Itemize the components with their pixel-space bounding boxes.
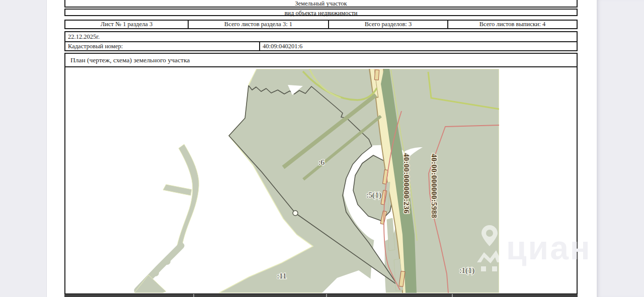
cadastral-plan-map: :6 :5(1) :11 :1(1) 40:00:000000:236 40:0… <box>68 69 499 293</box>
object-type-subtitle: вид объекта недвижимости <box>284 10 357 17</box>
shoreline-bump <box>164 258 171 265</box>
cadastral-number-value: 40:09:040201:6 <box>260 42 577 50</box>
plan-map-container: :6 :5(1) :11 :1(1) 40:00:000000:236 40:0… <box>64 67 578 293</box>
sections-total-cell: Всего разделов: 3 <box>329 21 448 28</box>
cadastral-line-label: 40:00:000000:5988 <box>430 154 438 219</box>
right-page-margin <box>597 0 644 297</box>
object-type-subtitle-row: вид объекта недвижимости <box>64 9 578 16</box>
plan-section-title-row: План (чертеж, схема) земельного участка <box>64 53 578 67</box>
sheets-total-cell: Всего листов выписки: 4 <box>448 21 577 28</box>
parcel-label: :5(1) <box>366 190 381 200</box>
sheet-number-cell: Лист № 1 раздела 3 <box>65 21 189 28</box>
boundary-point-marker <box>293 211 298 216</box>
next-table-top-edge <box>64 293 578 297</box>
sheet-info-row: Лист № 1 раздела 3 Всего листов раздела … <box>64 20 578 29</box>
cadastral-line-label: 40:00:000000:236 <box>403 153 411 214</box>
parcel-label: :1(1) <box>459 266 474 275</box>
parcel-label: :11 <box>277 271 286 280</box>
extract-date-row: 22.12.2025г. <box>64 31 578 42</box>
cadastral-number-label: Кадастровый номер: <box>65 42 260 50</box>
extract-date: 22.12.2025г. <box>68 33 100 40</box>
sheets-in-section-cell: Всего листов раздела 3: 1 <box>189 21 329 28</box>
object-type-title: Земельный участок <box>295 0 347 7</box>
plan-section-title: План (чертеж, схема) земельного участка <box>70 56 190 64</box>
shoreline-bump <box>152 269 159 276</box>
page: { "document": { "header": { "title": "Зе… <box>0 0 644 297</box>
cadastral-number-row: Кадастровый номер: 40:09:040201:6 <box>64 42 578 51</box>
object-type-title-row: Земельный участок <box>64 0 578 8</box>
parcel-label: :6 <box>318 158 325 166</box>
river-arm <box>163 184 192 195</box>
left-page-margin <box>0 0 47 297</box>
